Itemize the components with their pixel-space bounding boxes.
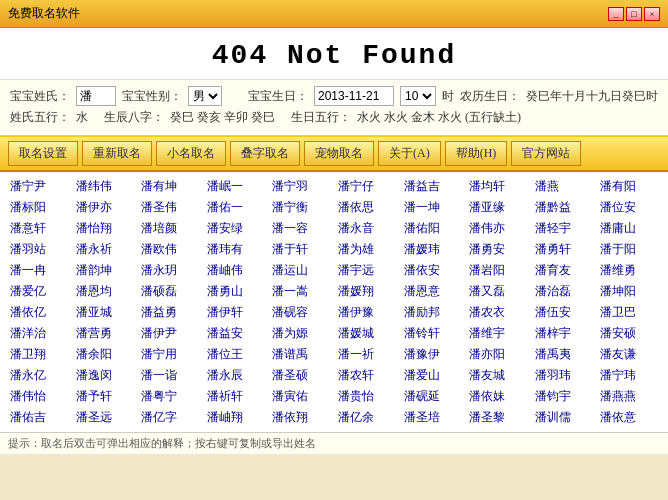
name-cell[interactable]: 潘宁仔	[334, 176, 400, 197]
name-cell[interactable]: 潘有阳	[596, 176, 662, 197]
name-cell[interactable]: 潘岩阳	[465, 260, 531, 281]
name-cell[interactable]: 潘安绿	[203, 218, 269, 239]
name-cell[interactable]: 潘位安	[596, 197, 662, 218]
name-cell[interactable]: 潘欧伟	[137, 239, 203, 260]
name-cell[interactable]: 潘宁玮	[596, 365, 662, 386]
name-cell[interactable]: 潘羽站	[6, 239, 72, 260]
name-cell[interactable]: 潘宁羽	[268, 176, 334, 197]
name-cell[interactable]: 潘岫伟	[203, 260, 269, 281]
name-cell[interactable]: 潘均轩	[465, 176, 531, 197]
name-cell[interactable]: 潘卫巴	[596, 302, 662, 323]
maximize-button[interactable]: □	[626, 7, 642, 21]
name-cell[interactable]: 潘又磊	[465, 281, 531, 302]
name-cell[interactable]: 潘为雄	[334, 239, 400, 260]
name-cell[interactable]: 潘伊轩	[203, 302, 269, 323]
name-cell[interactable]: 潘媛城	[334, 323, 400, 344]
name-cell[interactable]: 潘友谦	[596, 344, 662, 365]
name-cell[interactable]: 潘予轩	[72, 386, 138, 407]
name-cell[interactable]: 潘训儒	[531, 407, 597, 428]
name-cell[interactable]: 潘安硕	[596, 323, 662, 344]
name-cell[interactable]: 潘永亿	[6, 365, 72, 386]
hour-select[interactable]: 10	[400, 86, 436, 106]
name-cell[interactable]: 潘佑吉	[6, 407, 72, 428]
name-cell[interactable]: 潘维勇	[596, 260, 662, 281]
name-cell[interactable]: 潘亦阳	[465, 344, 531, 365]
name-cell[interactable]: 潘友城	[465, 365, 531, 386]
name-cell[interactable]: 潘亿字	[137, 407, 203, 428]
name-cell[interactable]: 潘宇远	[334, 260, 400, 281]
name-cell[interactable]: 潘恩均	[72, 281, 138, 302]
name-cell[interactable]: 潘洋治	[6, 323, 72, 344]
name-cell[interactable]: 潘韵坤	[72, 260, 138, 281]
name-cell[interactable]: 潘标阳	[6, 197, 72, 218]
name-cell[interactable]: 潘铃轩	[400, 323, 466, 344]
name-cell[interactable]: 潘爱山	[400, 365, 466, 386]
name-cell[interactable]: 潘治磊	[531, 281, 597, 302]
name-cell[interactable]: 潘一容	[268, 218, 334, 239]
minimize-button[interactable]: _	[608, 7, 624, 21]
name-cell[interactable]: 潘爱亿	[6, 281, 72, 302]
name-cell[interactable]: 潘益勇	[137, 302, 203, 323]
name-cell[interactable]: 潘勇安	[465, 239, 531, 260]
name-cell[interactable]: 潘燕	[531, 176, 597, 197]
name-cell[interactable]: 潘为嫄	[268, 323, 334, 344]
name-cell[interactable]: 潘岫翔	[203, 407, 269, 428]
name-cell[interactable]: 潘豫伊	[400, 344, 466, 365]
name-cell[interactable]: 潘永音	[334, 218, 400, 239]
name-cell[interactable]: 潘一诣	[137, 365, 203, 386]
name-cell[interactable]: 潘维宇	[465, 323, 531, 344]
name-cell[interactable]: 潘宁尹	[6, 176, 72, 197]
name-cell[interactable]: 潘逸闵	[72, 365, 138, 386]
name-cell[interactable]: 潘伊尹	[137, 323, 203, 344]
close-button[interactable]: ×	[644, 7, 660, 21]
name-cell[interactable]: 潘卫翔	[6, 344, 72, 365]
name-cell[interactable]: 潘祈轩	[203, 386, 269, 407]
birthday-input[interactable]	[314, 86, 394, 106]
name-cell[interactable]: 潘亚缘	[465, 197, 531, 218]
name-cell[interactable]: 潘玮有	[203, 239, 269, 260]
name-cell[interactable]: 潘亿余	[334, 407, 400, 428]
name-cell[interactable]: 潘贵怡	[334, 386, 400, 407]
name-cell[interactable]: 潘媛翔	[334, 281, 400, 302]
name-cell[interactable]: 潘伟怡	[6, 386, 72, 407]
name-cell[interactable]: 潘伟亦	[465, 218, 531, 239]
name-cell[interactable]: 潘育友	[531, 260, 597, 281]
gender-select[interactable]: 男 女	[188, 86, 222, 106]
name-cell[interactable]: 潘佑阳	[400, 218, 466, 239]
name-cell[interactable]: 潘永辰	[203, 365, 269, 386]
name-cell[interactable]: 潘羽玮	[531, 365, 597, 386]
name-cell[interactable]: 潘坤阳	[596, 281, 662, 302]
name-cell[interactable]: 潘怡翔	[72, 218, 138, 239]
toolbar-btn-6[interactable]: 帮助(H)	[445, 141, 508, 166]
toolbar-btn-5[interactable]: 关于(A)	[378, 141, 441, 166]
name-cell[interactable]: 潘农轩	[334, 365, 400, 386]
name-cell[interactable]: 潘庸山	[596, 218, 662, 239]
name-cell[interactable]: 潘依翔	[268, 407, 334, 428]
toolbar-btn-4[interactable]: 宠物取名	[304, 141, 374, 166]
toolbar-btn-7[interactable]: 官方网站	[511, 141, 581, 166]
name-cell[interactable]: 潘圣黎	[465, 407, 531, 428]
name-cell[interactable]: 潘农衣	[465, 302, 531, 323]
name-cell[interactable]: 潘勇轩	[531, 239, 597, 260]
toolbar-btn-0[interactable]: 取名设置	[8, 141, 78, 166]
name-cell[interactable]: 潘伍安	[531, 302, 597, 323]
name-cell[interactable]: 潘宁用	[137, 344, 203, 365]
name-cell[interactable]: 潘伊亦	[72, 197, 138, 218]
name-cell[interactable]: 潘励邦	[400, 302, 466, 323]
name-cell[interactable]: 潘岷一	[203, 176, 269, 197]
toolbar-btn-1[interactable]: 重新取名	[82, 141, 152, 166]
name-cell[interactable]: 潘于阳	[596, 239, 662, 260]
name-cell[interactable]: 潘一祈	[334, 344, 400, 365]
name-cell[interactable]: 潘于轩	[268, 239, 334, 260]
name-cell[interactable]: 潘伊豫	[334, 302, 400, 323]
name-cell[interactable]: 潘媛玮	[400, 239, 466, 260]
toolbar-btn-3[interactable]: 叠字取名	[230, 141, 300, 166]
name-cell[interactable]: 潘永祈	[72, 239, 138, 260]
name-cell[interactable]: 潘一冉	[6, 260, 72, 281]
name-cell[interactable]: 潘砚延	[400, 386, 466, 407]
name-cell[interactable]: 潘勇山	[203, 281, 269, 302]
name-cell[interactable]: 潘恩意	[400, 281, 466, 302]
name-cell[interactable]: 潘意轩	[6, 218, 72, 239]
name-cell[interactable]: 潘永玥	[137, 260, 203, 281]
surname-input[interactable]	[76, 86, 116, 106]
